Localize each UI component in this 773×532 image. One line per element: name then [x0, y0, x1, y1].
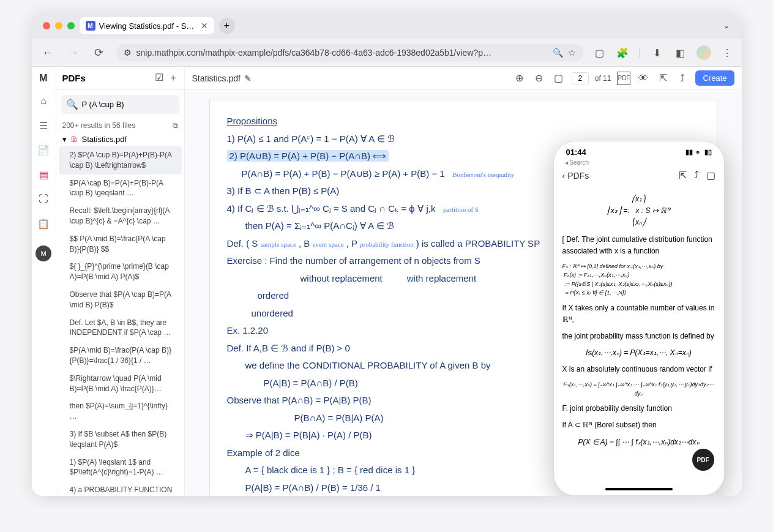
pdf-icon[interactable]: ▤ [36, 167, 51, 182]
search-icon: 🔍 [66, 99, 78, 110]
phone-share-icon[interactable]: ⤴ [694, 170, 699, 181]
tree-icon[interactable]: ☰ [36, 118, 51, 133]
zoom-in-icon[interactable]: ⊕ [513, 72, 526, 85]
search-result[interactable]: ${ }_{P}^{\prime \prime}(B \cap A)=P(B \… [59, 258, 182, 286]
caret-down-icon: ▾ [62, 135, 67, 144]
sidebar-title: PDFs [62, 73, 86, 83]
phone-status-icons: ▮▮ ᯤ ▮▯ [685, 148, 712, 157]
search-result[interactable]: 1) $P(A) \leqslant 1$ and $P\left(A^{c}\… [59, 454, 182, 482]
results-summary: 200+ results in 56 files [62, 121, 136, 130]
extension-icon[interactable]: ▢ [592, 45, 607, 60]
search-input[interactable] [82, 100, 185, 109]
sidepanel-icon[interactable]: ◧ [673, 45, 688, 60]
phone-text: [ Def. The joint cumulative distribution… [562, 234, 715, 257]
forward-button[interactable]: → [65, 44, 82, 61]
bookmark-icon[interactable]: ☆ [568, 48, 576, 58]
edit-title-icon[interactable]: ✎ [244, 73, 252, 83]
zoom-out-icon[interactable]: ⊖ [532, 72, 546, 85]
select-icon[interactable]: ☑ [155, 72, 163, 84]
pdf-format-icon[interactable]: PDF [617, 72, 630, 85]
reload-button[interactable]: ⟳ [91, 44, 108, 61]
phone-text: F. joint probability density function [562, 403, 715, 414]
search-result[interactable]: Observe that $P(A \cap B)=P(A \mid B) P(… [59, 286, 182, 314]
view-icon[interactable]: 👁 [637, 72, 650, 85]
phone-page-icon[interactable]: ▢ [706, 170, 715, 181]
scan-icon[interactable]: ⛶ [36, 192, 51, 206]
chevron-down-icon[interactable]: ⌄ [719, 19, 734, 32]
phone-home-indicator[interactable] [605, 488, 673, 490]
phone-back-button[interactable]: ‹ PDFs [562, 171, 589, 181]
phone-equation: P(X ∈ A) = ∫∫ ⋯ ∫ fₓ(x₁,⋯,xₙ)dx₁⋯dxₙ [562, 436, 715, 448]
battery-icon: ▮▯ [704, 148, 712, 156]
close-tab-icon[interactable]: ✕ [201, 21, 208, 31]
divider: | [638, 47, 641, 58]
page-input[interactable] [572, 72, 589, 84]
new-tab-button[interactable]: + [219, 18, 235, 34]
minimize-window-button[interactable] [55, 22, 62, 29]
search-result[interactable]: Def. Let $A, B \in B$, they are INDEPEND… [59, 314, 182, 342]
search-result[interactable]: 4) a PROBABILITY FUNCTION $P=\mathbb{P}$… [59, 481, 182, 496]
sidebar: PDFs ☑ ＋ 🔍 ✕ 200+ results in 56 files ⧉ … [56, 67, 185, 496]
document-title: Statistics.pdf ✎ [192, 73, 252, 83]
upload-icon[interactable]: ⤴ [676, 72, 689, 85]
sidebar-header: PDFs ☑ ＋ [56, 67, 184, 90]
search-result[interactable]: $P(A \cap B)=P(A)+P(B)-P(A \cup B) \geqs… [59, 174, 182, 203]
home-icon[interactable]: ⌂ [36, 94, 51, 108]
copy-icon[interactable]: ⧉ [173, 121, 178, 130]
phone-content[interactable]: ⎛x₁⎞ ⎜x₂⎟ =: x : S ↦ ℝᴺ ⎝xₙ⎠ [ Def. The … [554, 185, 724, 483]
page-heading: Propositions [227, 113, 700, 130]
search-result[interactable]: 2) $P(A \cup B)=P(A)+P(B)-P(A \cap B) \L… [59, 146, 182, 174]
results-summary-bar: 200+ results in 56 files ⧉ [56, 119, 184, 132]
close-window-button[interactable] [43, 22, 50, 29]
search-box[interactable]: 🔍 ✕ [61, 95, 179, 114]
browser-window: M Viewing Statistics.pdf - Snip ✕ + ⌄ ← … [32, 12, 742, 496]
profile-avatar[interactable] [696, 45, 711, 60]
phone-text: If A ⊂ ℝᴺ (Borel subset) then [562, 419, 715, 431]
results-list[interactable]: 2) $P(A \cup B)=P(A)+P(B)-P(A \cap B) \L… [56, 146, 184, 496]
menu-icon[interactable]: ⋮ [720, 45, 734, 60]
user-avatar[interactable]: M [35, 245, 51, 261]
clipboard-icon[interactable]: 📋 [36, 216, 51, 231]
file-name: Statistics.pdf [82, 135, 127, 144]
phone-search-label: ◂ Search [554, 159, 724, 166]
external-icon[interactable]: ⇱ [656, 72, 670, 85]
zoom-icon[interactable]: 🔍 [553, 48, 563, 58]
phone-text: the joint probability mass function is d… [562, 331, 715, 342]
document-toolbar: Statistics.pdf ✎ ⊕ ⊖ ▢ of 11 PDF 👁 ⇱ ⤴ C… [185, 67, 742, 90]
search-result[interactable]: $$ P(A \mid B)=\frac{P(A \cap B)}{P(B)} … [59, 230, 182, 258]
create-button[interactable]: Create [695, 70, 734, 86]
file-header[interactable]: ▾ 🗎 Statistics.pdf [56, 132, 184, 146]
phone-statusbar: 01:44 ▮▮ ᯤ ▮▯ [554, 141, 724, 159]
puzzle-icon[interactable]: 🧩 [615, 45, 630, 60]
phone-equation: f≤(x₁,⋯,xₙ) = P(X₁=x₁,⋯, Xₙ=xₙ) [562, 347, 715, 359]
browser-tab[interactable]: M Viewing Statistics.pdf - Snip ✕ [80, 17, 214, 34]
phone-overlay: 01:44 ▮▮ ᯤ ▮▯ ◂ Search ‹ PDFs ⇱ ⤴ ▢ ⎛x₁⎞… [553, 141, 725, 496]
phone-time: 01:44 [566, 148, 586, 157]
url-bar[interactable]: ⚙ snip.mathpix.com/mathpix-example/pdfs/… [116, 44, 584, 61]
phone-fab-button[interactable]: PDF [692, 449, 714, 471]
pdf-file-icon: 🗎 [70, 135, 78, 144]
search-result[interactable]: $\Rightarrow \quad P(A \mid B)=P(B \mid … [59, 370, 182, 398]
phone-text: X is an absolutely continuous random vec… [562, 364, 715, 375]
page-total: of 11 [595, 74, 611, 83]
phone-external-icon[interactable]: ⇱ [679, 170, 687, 181]
download-icon[interactable]: ⬇ [650, 45, 665, 60]
favicon-icon: M [86, 21, 95, 31]
page-nav-icon[interactable]: ▢ [552, 72, 566, 85]
search-result[interactable]: $P(A \mid B)=\frac{P(A \cap B)}{P(B)}=\f… [59, 342, 182, 370]
left-rail: M ⌂ ☰ 📄 ▤ ⛶ 📋 M [32, 67, 56, 496]
document-icon[interactable]: 📄 [36, 143, 51, 157]
maximize-window-button[interactable] [67, 22, 75, 29]
site-settings-icon[interactable]: ⚙ [124, 48, 132, 58]
add-icon[interactable]: ＋ [168, 72, 178, 84]
search-result[interactable]: Recall: $\left.\begin{array}{rl}(A \cup … [59, 202, 182, 230]
search-result[interactable]: then $P(A)=\sum_{j=1}^{\infty} … [59, 397, 182, 425]
titlebar: M Viewing Statistics.pdf - Snip ✕ + ⌄ [32, 12, 742, 39]
back-button[interactable]: ← [39, 44, 56, 61]
logo-icon: M [39, 73, 47, 84]
phone-text: If X takes only a countable number of va… [562, 302, 715, 326]
phone-equation: Fₓ(x₁,⋯,xₙ) = ∫₋∞^x₁ ∫₋∞^x₂ ⋯ ∫₋∞^xₙ fₓ(… [562, 380, 715, 398]
browser-toolbar: ← → ⟳ ⚙ snip.mathpix.com/mathpix-example… [32, 39, 742, 67]
signal-icon: ▮▮ [685, 148, 693, 156]
search-result[interactable]: 3) If $B \subset A$ then $P(B) \leqslant… [59, 425, 182, 454]
